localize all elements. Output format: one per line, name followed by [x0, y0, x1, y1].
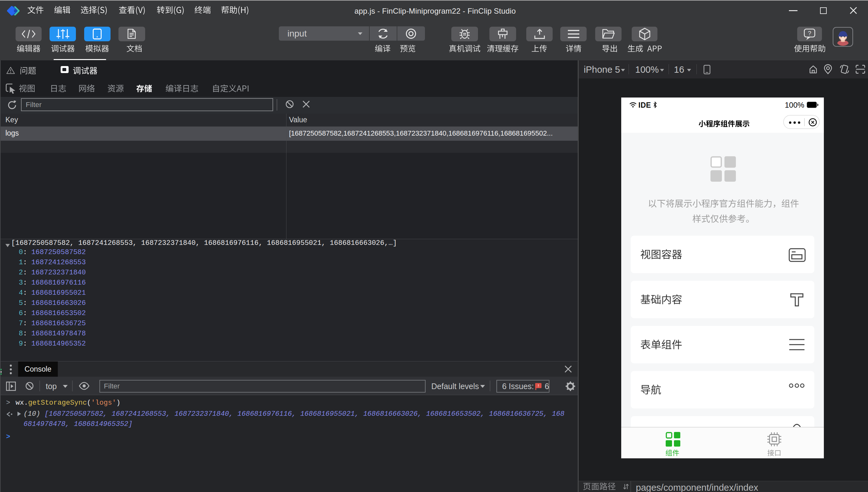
svg-text:!: ! [538, 384, 539, 388]
svg-text:?: ? [808, 30, 812, 36]
